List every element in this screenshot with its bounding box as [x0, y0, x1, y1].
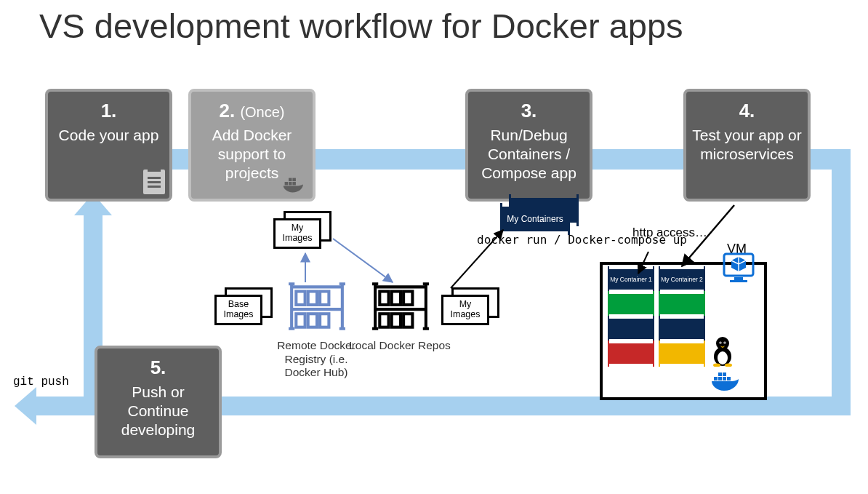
step-number: 1. [101, 99, 117, 123]
svg-rect-30 [718, 377, 722, 381]
local-repos-rack-icon [371, 276, 430, 336]
svg-rect-13 [403, 292, 412, 305]
vm-container-column-right: My Container 2 [659, 269, 705, 368]
vm-container-column-left: My Container 1 [608, 269, 654, 368]
vm-container-mycontainer1: My Container 1 [608, 269, 654, 290]
svg-rect-5 [296, 292, 305, 305]
svg-rect-12 [392, 292, 401, 305]
vm-container-green [608, 294, 654, 314]
step-text: Test your app or microservices [692, 126, 802, 164]
svg-rect-16 [403, 314, 412, 327]
svg-rect-19 [730, 280, 747, 282]
svg-rect-7 [320, 292, 329, 305]
svg-point-25 [720, 342, 720, 343]
my-images-stack-local: My Images [441, 287, 499, 325]
step-4-test-app: 4. Test your app or microservices [683, 89, 811, 202]
svg-rect-0 [285, 182, 289, 186]
svg-point-26 [724, 342, 725, 343]
step-number: 4. [739, 99, 755, 123]
svg-rect-9 [308, 314, 317, 327]
svg-rect-4 [292, 178, 296, 182]
local-repos-label: Local Docker Repos [349, 339, 451, 353]
svg-rect-18 [734, 277, 743, 280]
linux-penguin-icon [710, 335, 736, 367]
svg-rect-2 [292, 182, 296, 186]
step-1-code-app: 1. Code your app [45, 89, 172, 202]
svg-rect-11 [379, 292, 388, 305]
step-5-push-continue: 5. Push or Continue developing [95, 346, 222, 458]
step-text: Push or Continue developing [103, 383, 213, 440]
svg-line-36 [333, 239, 393, 282]
docker-whale-icon [710, 370, 742, 396]
http-access-label: http access… [632, 226, 707, 240]
base-images-stack: Base Images [214, 287, 273, 325]
svg-rect-1 [289, 182, 292, 186]
step-text: Add Docker support to projects [197, 126, 307, 183]
step-2-add-docker-support: 2. (Once) Add Docker support to projects [188, 89, 316, 202]
my-images-stack-top: My Images [273, 211, 331, 249]
svg-rect-33 [718, 373, 722, 376]
vm-monitor-icon [721, 251, 756, 286]
vm-container-navy [608, 319, 654, 339]
vm-container-red [608, 343, 654, 364]
step-text: Code your app [59, 126, 159, 145]
svg-rect-34 [723, 373, 726, 376]
docker-icon [282, 175, 308, 194]
svg-rect-32 [727, 377, 731, 381]
diagram-title: VS development workflow for Docker apps [39, 6, 683, 46]
flow-arrowhead-push [15, 387, 36, 425]
step-number: 3. [521, 99, 537, 123]
my-containers-stack: My Containers [500, 198, 579, 231]
step-3-run-debug-containers: 3. Run/Debug Containers / Compose app [465, 89, 592, 202]
svg-rect-31 [723, 377, 726, 381]
step-text: Run/Debug Containers / Compose app [474, 126, 584, 183]
svg-rect-29 [714, 377, 718, 381]
svg-rect-8 [296, 314, 305, 327]
svg-point-21 [718, 351, 728, 364]
svg-rect-15 [392, 314, 401, 327]
flow-connector-right [832, 149, 851, 415]
remote-registry-rack-icon [287, 276, 347, 336]
svg-rect-3 [289, 178, 292, 182]
git-push-label: git push [13, 375, 69, 389]
document-icon [143, 170, 165, 194]
image-stack-label: Base Images [214, 295, 262, 325]
image-stack-label: My Images [441, 295, 489, 325]
svg-rect-10 [320, 314, 329, 327]
vm-container-mycontainer2: My Container 2 [659, 269, 705, 290]
vm-container-green [659, 294, 705, 314]
svg-rect-6 [308, 292, 317, 305]
svg-point-22 [716, 337, 729, 350]
vm-container-yellow [659, 343, 705, 364]
step-number: 2. (Once) [219, 99, 284, 123]
svg-rect-14 [379, 314, 388, 327]
step-number: 5. [150, 356, 166, 380]
vm-container-navy [659, 319, 705, 339]
image-stack-label: My Images [273, 218, 321, 249]
